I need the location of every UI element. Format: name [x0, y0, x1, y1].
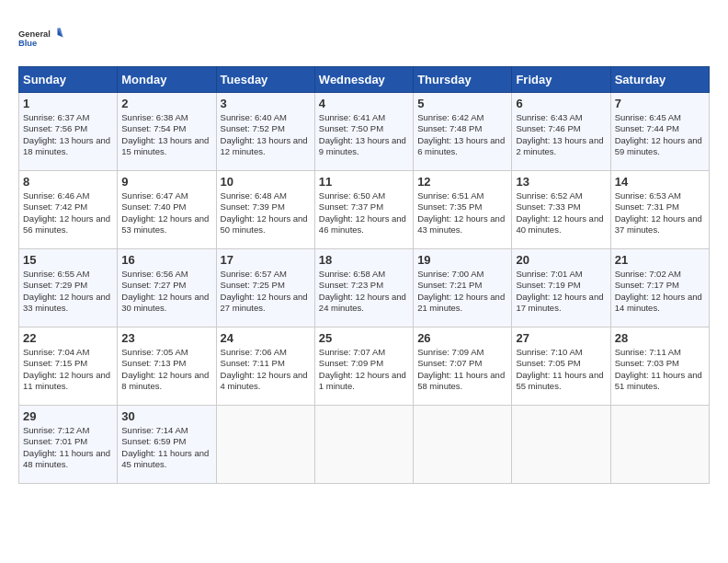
cell-content: Sunrise: 7:10 AM Sunset: 7:05 PM Dayligh…	[516, 347, 606, 392]
cell-content: Sunrise: 7:14 AM Sunset: 6:59 PM Dayligh…	[121, 425, 211, 470]
calendar-cell: 26 Sunrise: 7:09 AM Sunset: 7:07 PM Dayl…	[414, 327, 512, 406]
cell-content: Sunrise: 6:45 AM Sunset: 7:44 PM Dayligh…	[615, 112, 705, 157]
day-number: 30	[121, 409, 211, 423]
cell-content: Sunrise: 7:02 AM Sunset: 7:17 PM Dayligh…	[615, 269, 705, 314]
day-number: 23	[121, 331, 211, 345]
calendar-cell	[216, 406, 314, 484]
day-number: 15	[23, 253, 113, 267]
calendar-cell: 16 Sunrise: 6:56 AM Sunset: 7:27 PM Dayl…	[118, 249, 216, 327]
calendar-cell: 4 Sunrise: 6:41 AM Sunset: 7:50 PM Dayli…	[314, 93, 413, 171]
weekday-header: Thursday	[414, 67, 512, 93]
cell-content: Sunrise: 6:56 AM Sunset: 7:27 PM Dayligh…	[121, 269, 211, 314]
cell-content: Sunrise: 6:55 AM Sunset: 7:29 PM Dayligh…	[23, 269, 113, 314]
cell-content: Sunrise: 6:40 AM Sunset: 7:52 PM Dayligh…	[221, 112, 311, 157]
day-number: 10	[221, 175, 311, 189]
calendar-cell	[610, 406, 709, 484]
calendar-cell: 10 Sunrise: 6:48 AM Sunset: 7:39 PM Dayl…	[216, 171, 314, 249]
cell-content: Sunrise: 6:42 AM Sunset: 7:48 PM Dayligh…	[417, 112, 507, 157]
calendar-cell: 19 Sunrise: 7:00 AM Sunset: 7:21 PM Dayl…	[414, 249, 512, 327]
calendar-cell: 30 Sunrise: 7:14 AM Sunset: 6:59 PM Dayl…	[118, 406, 216, 484]
cell-content: Sunrise: 7:12 AM Sunset: 7:01 PM Dayligh…	[23, 425, 113, 470]
calendar-week-row: 29 Sunrise: 7:12 AM Sunset: 7:01 PM Dayl…	[19, 406, 710, 484]
calendar-cell: 2 Sunrise: 6:38 AM Sunset: 7:54 PM Dayli…	[118, 93, 216, 171]
calendar-cell: 9 Sunrise: 6:47 AM Sunset: 7:40 PM Dayli…	[118, 171, 216, 249]
calendar-cell: 27 Sunrise: 7:10 AM Sunset: 7:05 PM Dayl…	[512, 327, 610, 406]
cell-content: Sunrise: 6:46 AM Sunset: 7:42 PM Dayligh…	[23, 190, 113, 236]
cell-content: Sunrise: 6:51 AM Sunset: 7:35 PM Dayligh…	[417, 190, 507, 236]
weekday-header: Wednesday	[314, 67, 413, 93]
calendar-week-row: 8 Sunrise: 6:46 AM Sunset: 7:42 PM Dayli…	[19, 171, 710, 249]
day-number: 16	[121, 253, 211, 267]
day-number: 6	[516, 97, 606, 110]
calendar-cell: 17 Sunrise: 6:57 AM Sunset: 7:25 PM Dayl…	[216, 249, 314, 327]
weekday-header: Tuesday	[216, 67, 314, 93]
calendar-cell: 25 Sunrise: 7:07 AM Sunset: 7:09 PM Dayl…	[314, 327, 413, 406]
day-number: 29	[23, 409, 113, 423]
day-number: 4	[319, 97, 409, 110]
cell-content: Sunrise: 6:48 AM Sunset: 7:39 PM Dayligh…	[221, 190, 311, 236]
day-number: 26	[417, 331, 507, 345]
cell-content: Sunrise: 7:05 AM Sunset: 7:13 PM Dayligh…	[121, 347, 211, 392]
day-number: 1	[23, 97, 113, 110]
day-number: 2	[121, 97, 211, 110]
cell-content: Sunrise: 7:06 AM Sunset: 7:11 PM Dayligh…	[221, 347, 311, 392]
calendar-week-row: 15 Sunrise: 6:55 AM Sunset: 7:29 PM Dayl…	[19, 249, 710, 327]
cell-content: Sunrise: 6:53 AM Sunset: 7:31 PM Dayligh…	[615, 190, 705, 236]
calendar-cell: 22 Sunrise: 7:04 AM Sunset: 7:15 PM Dayl…	[19, 327, 118, 406]
page-header: General Blue	[18, 18, 710, 57]
calendar-cell: 29 Sunrise: 7:12 AM Sunset: 7:01 PM Dayl…	[19, 406, 118, 484]
cell-content: Sunrise: 7:00 AM Sunset: 7:21 PM Dayligh…	[417, 269, 507, 314]
day-number: 14	[615, 175, 705, 189]
calendar-cell: 12 Sunrise: 6:51 AM Sunset: 7:35 PM Dayl…	[414, 171, 512, 249]
weekday-header: Friday	[512, 67, 610, 93]
day-number: 8	[23, 175, 113, 189]
svg-text:Blue: Blue	[18, 39, 37, 48]
day-number: 22	[23, 331, 113, 345]
calendar-cell: 15 Sunrise: 6:55 AM Sunset: 7:29 PM Dayl…	[19, 249, 118, 327]
weekday-header: Sunday	[19, 67, 118, 93]
logo-svg: General Blue	[18, 18, 64, 57]
weekday-header-row: SundayMondayTuesdayWednesdayThursdayFrid…	[19, 67, 710, 93]
calendar-cell: 5 Sunrise: 6:42 AM Sunset: 7:48 PM Dayli…	[414, 93, 512, 171]
day-number: 25	[319, 331, 409, 345]
day-number: 7	[615, 97, 705, 110]
calendar-cell	[512, 406, 610, 484]
day-number: 28	[615, 331, 705, 345]
day-number: 3	[221, 97, 311, 110]
day-number: 21	[615, 253, 705, 267]
logo: General Blue	[18, 18, 64, 57]
day-number: 12	[417, 175, 507, 189]
day-number: 11	[319, 175, 409, 189]
calendar-cell	[414, 406, 512, 484]
calendar-cell: 7 Sunrise: 6:45 AM Sunset: 7:44 PM Dayli…	[610, 93, 709, 171]
calendar-week-row: 22 Sunrise: 7:04 AM Sunset: 7:15 PM Dayl…	[19, 327, 710, 406]
calendar-table: SundayMondayTuesdayWednesdayThursdayFrid…	[18, 66, 710, 484]
calendar-cell: 21 Sunrise: 7:02 AM Sunset: 7:17 PM Dayl…	[610, 249, 709, 327]
cell-content: Sunrise: 6:37 AM Sunset: 7:56 PM Dayligh…	[23, 112, 113, 157]
weekday-header: Monday	[118, 67, 216, 93]
cell-content: Sunrise: 6:38 AM Sunset: 7:54 PM Dayligh…	[121, 112, 211, 157]
day-number: 13	[516, 175, 606, 189]
cell-content: Sunrise: 6:47 AM Sunset: 7:40 PM Dayligh…	[121, 190, 211, 236]
cell-content: Sunrise: 7:04 AM Sunset: 7:15 PM Dayligh…	[23, 347, 113, 392]
calendar-cell	[314, 406, 413, 484]
day-number: 19	[417, 253, 507, 267]
cell-content: Sunrise: 6:50 AM Sunset: 7:37 PM Dayligh…	[319, 190, 409, 236]
cell-content: Sunrise: 6:41 AM Sunset: 7:50 PM Dayligh…	[319, 112, 409, 157]
cell-content: Sunrise: 7:09 AM Sunset: 7:07 PM Dayligh…	[417, 347, 507, 392]
cell-content: Sunrise: 6:52 AM Sunset: 7:33 PM Dayligh…	[516, 190, 606, 236]
cell-content: Sunrise: 7:07 AM Sunset: 7:09 PM Dayligh…	[319, 347, 409, 392]
day-number: 9	[121, 175, 211, 189]
day-number: 5	[417, 97, 507, 110]
calendar-cell: 23 Sunrise: 7:05 AM Sunset: 7:13 PM Dayl…	[118, 327, 216, 406]
cell-content: Sunrise: 6:57 AM Sunset: 7:25 PM Dayligh…	[221, 269, 311, 314]
cell-content: Sunrise: 6:58 AM Sunset: 7:23 PM Dayligh…	[319, 269, 409, 314]
calendar-cell: 6 Sunrise: 6:43 AM Sunset: 7:46 PM Dayli…	[512, 93, 610, 171]
cell-content: Sunrise: 7:01 AM Sunset: 7:19 PM Dayligh…	[516, 269, 606, 314]
calendar-cell: 28 Sunrise: 7:11 AM Sunset: 7:03 PM Dayl…	[610, 327, 709, 406]
calendar-cell: 18 Sunrise: 6:58 AM Sunset: 7:23 PM Dayl…	[314, 249, 413, 327]
calendar-cell: 11 Sunrise: 6:50 AM Sunset: 7:37 PM Dayl…	[314, 171, 413, 249]
calendar-cell: 24 Sunrise: 7:06 AM Sunset: 7:11 PM Dayl…	[216, 327, 314, 406]
day-number: 17	[221, 253, 311, 267]
day-number: 27	[516, 331, 606, 345]
